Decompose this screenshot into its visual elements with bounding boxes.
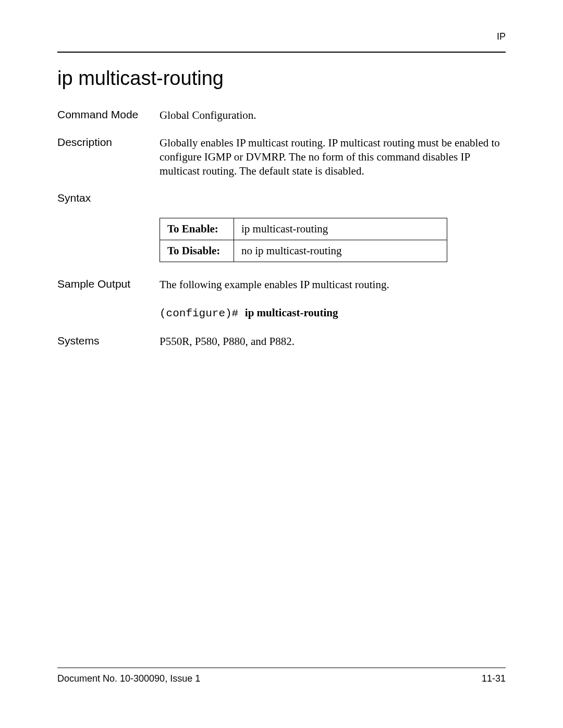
syntax-row: Syntax bbox=[57, 192, 506, 204]
command-mode-label: Command Mode bbox=[57, 108, 160, 121]
table-row: To Enable: ip multicast-routing bbox=[160, 218, 447, 240]
systems-value: P550R, P580, P880, and P882. bbox=[160, 335, 506, 349]
syntax-disable-header: To Disable: bbox=[160, 240, 234, 262]
sample-output-block: The following example enables IP multica… bbox=[160, 278, 506, 322]
sample-output-row: Sample Output The following example enab… bbox=[57, 278, 506, 322]
page-title: ip multicast-routing bbox=[57, 67, 506, 90]
systems-row: Systems P550R, P580, P880, and P882. bbox=[57, 335, 506, 349]
command-mode-value: Global Configuration. bbox=[160, 108, 506, 122]
description-value: Globally enables IP multicast routing. I… bbox=[160, 136, 506, 178]
sample-output-intro: The following example enables IP multica… bbox=[160, 278, 506, 292]
description-row: Description Globally enables IP multicas… bbox=[57, 136, 506, 178]
footer-document-id: Document No. 10-300090, Issue 1 bbox=[57, 673, 200, 684]
syntax-table-block: To Enable: ip multicast-routing To Disab… bbox=[160, 218, 506, 262]
footer-page-number: 11-31 bbox=[482, 673, 506, 684]
footer-rule bbox=[57, 668, 506, 668]
syntax-enable-header: To Enable: bbox=[160, 218, 234, 240]
description-label: Description bbox=[57, 136, 160, 149]
command-mode-row: Command Mode Global Configuration. bbox=[57, 108, 506, 122]
header-section-tag: IP bbox=[57, 31, 506, 42]
document-page: IP ip multicast-routing Command Mode Glo… bbox=[0, 0, 563, 728]
page-footer: Document No. 10-300090, Issue 1 11-31 bbox=[57, 668, 506, 684]
sample-output-command: ip multicast-routing bbox=[245, 306, 338, 319]
syntax-enable-value: ip multicast-routing bbox=[234, 218, 447, 240]
sample-output-label: Sample Output bbox=[57, 278, 160, 290]
syntax-table: To Enable: ip multicast-routing To Disab… bbox=[160, 218, 447, 262]
systems-label: Systems bbox=[57, 335, 160, 347]
syntax-label: Syntax bbox=[57, 192, 160, 204]
footer-line: Document No. 10-300090, Issue 1 11-31 bbox=[57, 673, 506, 684]
syntax-disable-value: no ip multicast-routing bbox=[234, 240, 447, 262]
sample-output-command-line: (configure)# ip multicast-routing bbox=[160, 306, 506, 321]
table-row: To Disable: no ip multicast-routing bbox=[160, 240, 447, 262]
header-rule bbox=[57, 52, 506, 53]
sample-output-prompt: (configure)# bbox=[160, 307, 245, 319]
